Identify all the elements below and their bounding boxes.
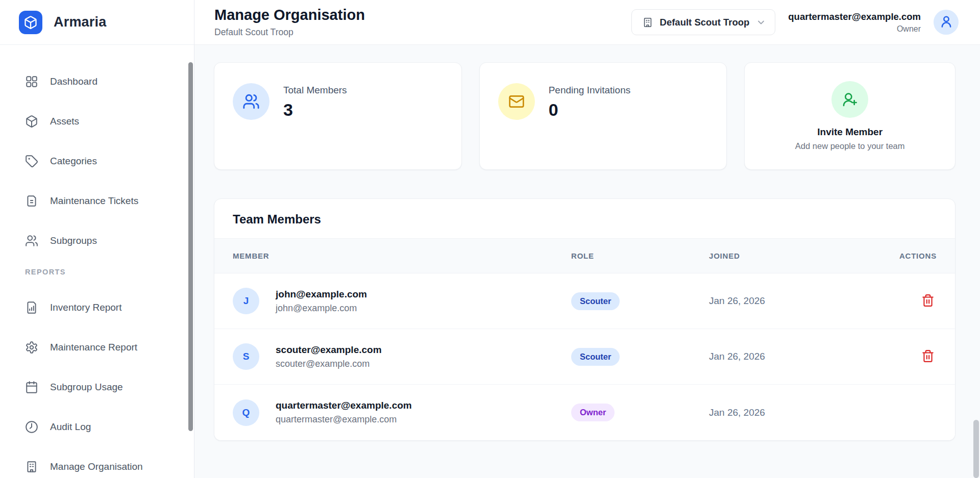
users-icon xyxy=(25,234,38,247)
user-role: Owner xyxy=(788,24,921,34)
member-avatar: S xyxy=(233,343,259,370)
invite-member-title: Invite Member xyxy=(817,127,883,138)
column-header-actions: ACTIONS xyxy=(880,251,937,260)
file-chart-icon xyxy=(25,301,38,314)
user-info: quartermaster@example.com Owner xyxy=(788,11,921,34)
sidebar-item-manage-organisation[interactable]: Manage Organisation xyxy=(25,453,182,478)
invite-member-subtitle: Add new people to your team xyxy=(795,141,905,151)
sidebar-item-maintenance-tickets[interactable]: Maintenance Tickets xyxy=(25,187,182,215)
mail-icon xyxy=(498,83,535,120)
user-plus-icon xyxy=(831,81,868,118)
dashboard-icon xyxy=(25,75,38,88)
invite-member-card[interactable]: Invite Member Add new people to your tea… xyxy=(744,62,955,170)
user-email: quartermaster@example.com xyxy=(788,11,921,22)
chevron-down-icon xyxy=(756,17,766,28)
box-icon xyxy=(25,115,38,128)
member-name: scouter@example.com xyxy=(276,344,382,356)
clock-icon xyxy=(25,420,38,434)
member-row: S scouter@example.com scouter@example.co… xyxy=(214,329,955,385)
trash-icon xyxy=(921,294,935,309)
users-icon xyxy=(233,83,270,120)
joined-date: Jan 26, 2026 xyxy=(709,351,765,362)
sidebar-item-subgroups[interactable]: Subgroups xyxy=(25,227,182,255)
topbar: Manage Organisation Default Scout Troop … xyxy=(194,0,980,45)
topbar-right: Default Scout Troop quartermaster@exampl… xyxy=(631,9,959,35)
organisation-selector-value: Default Scout Troop xyxy=(660,17,750,28)
sidebar-item-label: Maintenance Tickets xyxy=(50,195,138,207)
sidebar-item-label: Inventory Report xyxy=(50,302,121,313)
sidebar-item-audit-log[interactable]: Audit Log xyxy=(25,413,182,441)
armaria-logo-icon xyxy=(19,11,42,34)
stat-label: Total Members xyxy=(283,85,347,96)
file-text-icon xyxy=(25,194,38,208)
sidebar-item-assets[interactable]: Assets xyxy=(25,108,182,135)
delete-member-button[interactable] xyxy=(919,347,937,366)
column-header-member: MEMBER xyxy=(233,251,571,260)
sidebar-item-label: Maintenance Report xyxy=(50,342,137,353)
sidebar-item-label: Manage Organisation xyxy=(50,461,143,472)
team-members-header: Team Members xyxy=(214,199,955,238)
gear-icon xyxy=(25,341,38,354)
column-header-joined: JOINED xyxy=(709,251,880,260)
sidebar-section-reports: REPORTS xyxy=(25,268,182,276)
page-title: Manage Organisation xyxy=(214,7,365,23)
sidebar-nav-reports: Inventory ReportMaintenance ReportSubgro… xyxy=(25,294,182,478)
page-content: Total Members 3 Pending Invitations 0 In… xyxy=(194,45,980,478)
building-icon xyxy=(642,17,653,28)
user-avatar[interactable] xyxy=(934,10,959,35)
user-icon xyxy=(939,14,953,31)
app-window: Armaria DashboardAssetsCategoriesMainten… xyxy=(0,0,980,478)
brand-name: Armaria xyxy=(54,14,106,30)
member-avatar: Q xyxy=(233,399,259,426)
sidebar-item-label: Audit Log xyxy=(50,421,91,433)
sidebar-item-label: Categories xyxy=(50,156,97,167)
building-icon xyxy=(25,460,38,473)
column-header-role: ROLE xyxy=(571,251,709,260)
sidebar-nav-main: DashboardAssetsCategoriesMaintenance Tic… xyxy=(25,68,182,255)
sidebar-scrollbar-thumb[interactable] xyxy=(188,62,193,431)
sidebar-nav: DashboardAssetsCategoriesMaintenance Tic… xyxy=(0,45,194,478)
stat-label: Pending Invitations xyxy=(549,85,631,96)
member-email: john@example.com xyxy=(276,303,367,314)
trash-icon xyxy=(921,349,935,364)
page-subtitle: Default Scout Troop xyxy=(214,27,365,38)
role-badge: Scouter xyxy=(571,292,620,310)
calendar-icon xyxy=(25,381,38,394)
delete-member-button[interactable] xyxy=(919,292,937,311)
page-scrollbar-thumb[interactable] xyxy=(973,420,979,478)
member-row: Q quartermaster@example.com quartermaste… xyxy=(214,385,955,440)
total-members-card: Total Members 3 xyxy=(214,62,462,170)
table-body: J john@example.com john@example.com Scou… xyxy=(214,273,955,440)
role-badge: Scouter xyxy=(571,348,620,366)
team-members-card: Team Members MEMBER ROLE JOINED ACTIONS … xyxy=(214,198,955,441)
sidebar: Armaria DashboardAssetsCategoriesMainten… xyxy=(0,0,194,478)
sidebar-item-subgroup-usage[interactable]: Subgroup Usage xyxy=(25,373,182,401)
stat-value: 0 xyxy=(549,100,631,120)
main-area: Manage Organisation Default Scout Troop … xyxy=(194,0,980,478)
stats-row: Total Members 3 Pending Invitations 0 In… xyxy=(214,62,955,170)
member-row: J john@example.com john@example.com Scou… xyxy=(214,273,955,329)
sidebar-item-categories[interactable]: Categories xyxy=(25,147,182,175)
member-avatar: J xyxy=(233,288,259,314)
table-header-row: MEMBER ROLE JOINED ACTIONS xyxy=(214,238,955,273)
member-name: quartermaster@example.com xyxy=(276,400,412,411)
team-members-title: Team Members xyxy=(233,212,937,227)
sidebar-item-dashboard[interactable]: Dashboard xyxy=(25,68,182,95)
member-email: quartermaster@example.com xyxy=(276,414,412,425)
joined-date: Jan 26, 2026 xyxy=(709,407,765,418)
sidebar-item-maintenance-report[interactable]: Maintenance Report xyxy=(25,334,182,361)
sidebar-item-label: Assets xyxy=(50,116,79,127)
stat-value: 3 xyxy=(283,100,347,120)
sidebar-item-inventory-report[interactable]: Inventory Report xyxy=(25,294,182,321)
member-email: scouter@example.com xyxy=(276,359,382,369)
page-title-block: Manage Organisation Default Scout Troop xyxy=(214,7,365,38)
tag-icon xyxy=(25,155,38,168)
role-badge: Owner xyxy=(571,404,615,421)
brand-home-link[interactable]: Armaria xyxy=(0,0,194,45)
pending-invitations-card: Pending Invitations 0 xyxy=(479,62,727,170)
sidebar-item-label: Subgroups xyxy=(50,235,97,246)
member-name: john@example.com xyxy=(276,289,367,300)
sidebar-item-label: Dashboard xyxy=(50,76,97,87)
sidebar-item-label: Subgroup Usage xyxy=(50,382,123,393)
organisation-selector[interactable]: Default Scout Troop xyxy=(631,9,776,35)
